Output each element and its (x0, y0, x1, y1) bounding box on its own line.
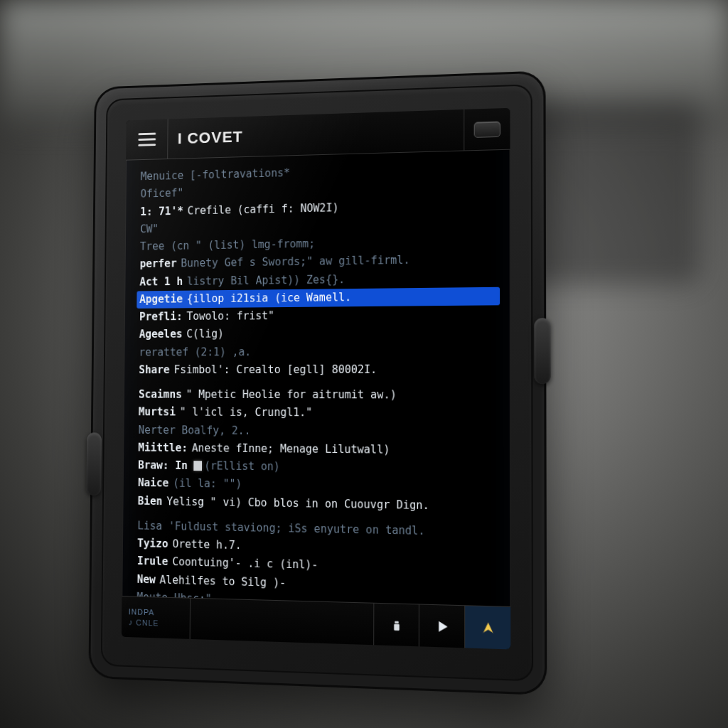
list-item-text: Orette h.7. (172, 537, 241, 552)
list-item-lead: perfer (140, 257, 177, 270)
screen: I COVET Menuice [-foltravations*Oficef"1… (122, 108, 510, 650)
list-item-lead: Prefli: (139, 310, 183, 323)
status-chip-button[interactable] (464, 108, 510, 151)
list-item-lead: Scaimns (139, 388, 182, 401)
list-item-text: Bunety Gef s Swords;" aw gill-firml. (181, 254, 410, 270)
navigation-arrow-icon (480, 619, 496, 636)
menu-icon[interactable] (126, 119, 168, 160)
svg-rect-0 (395, 621, 399, 623)
info-icon (388, 616, 405, 633)
list-item-text: listry Bil Apist)) Zes{}. (187, 273, 345, 288)
handheld-device: I COVET Menuice [-foltravations*Oficef"1… (88, 70, 547, 695)
list-item-text: Oficef" (140, 187, 183, 200)
list-item-text: C(lig) (186, 328, 224, 341)
list-item-text: Tree (cn " (list) lmg-fromm; (140, 237, 315, 253)
nav-play-button[interactable] (419, 604, 464, 648)
list-item-lead: Tyizo (137, 537, 168, 550)
list-item-text: (il la: "") (173, 477, 242, 491)
list-item-lead: Irule (137, 555, 168, 568)
list-item-text: Crefile (caffi f: NOW2I) (188, 201, 339, 217)
list-item-text: Lisa 'Fuldust staviong; iSs enyutre on t… (137, 519, 424, 537)
log-list[interactable]: Menuice [-foltravations*Oficef"1: 71'*Cr… (122, 150, 510, 606)
nav-mode-tag[interactable]: INDPA ♪ CNLE (122, 596, 191, 639)
list-item-text: rerattef (2:1) ,a. (139, 346, 251, 358)
list-item[interactable]: Murtsi" l'icl is, Crungl1." (136, 404, 500, 424)
list-item-text: Towolo: frist" (186, 309, 274, 323)
list-item[interactable]: AgeelesC(lig) (136, 323, 500, 343)
list-item-lead: Apgetie (139, 292, 183, 305)
list-item[interactable]: Nerter Boalfy, 2.. (136, 422, 500, 442)
list-item-text: Alehilfes to Silg )- (160, 573, 287, 589)
nav-mode-top: INDPA (129, 607, 190, 617)
list-item-lead: Act 1 h (139, 275, 183, 288)
list-item-text: Coontuing'- .i c (inl)- (172, 555, 318, 572)
list-item-text: Menuice [-foltravations* (141, 166, 290, 183)
list-item-text: {illop i21sia (ice Wamell. (187, 291, 352, 305)
svg-rect-1 (394, 623, 400, 631)
list-item[interactable]: rerattef (2:1) ,a. (136, 342, 500, 361)
list-item[interactable]: Scaimns" Mpetic Heolie for aitrumit aw.) (136, 386, 500, 405)
nav-nav-button[interactable] (464, 606, 510, 649)
battery-icon (474, 121, 500, 137)
list-item[interactable]: ShareFsimbol': Crealto [egll] 80002I. (136, 360, 500, 379)
list-item-lead: Naice (138, 476, 169, 489)
nav-mode-bottom: CNLE (136, 618, 159, 627)
page-title-text: I COVET (178, 127, 243, 147)
list-gap (136, 379, 500, 386)
list-item-lead: Murtsi (139, 406, 176, 419)
list-item-text: " l'icl is, Crungl1." (180, 406, 313, 419)
list-item-lead: New (137, 572, 156, 586)
play-icon (434, 618, 450, 634)
list-item-text: CW" (140, 223, 159, 235)
list-item-text: " Mpetic Heolie for aitrumit aw.) (186, 388, 397, 402)
list-item-lead: Miittle: (138, 441, 188, 454)
list-item-text: Aneste fInne; Menage Lilutwall) (192, 441, 390, 456)
nav-spacer (191, 599, 374, 645)
list-item-lead: Bien (138, 494, 163, 507)
list-item-text: Yelisg " vi) Cbo blos in on Cuouvgr Dign… (166, 495, 429, 512)
text-cursor (194, 461, 203, 471)
list-item-text: Fsimbol': Crealto [egll] 80002I. (173, 363, 377, 375)
list-item-lead: Ageeles (139, 328, 183, 341)
list-item-tail: (rEllist on) (204, 459, 280, 473)
music-note-icon: ♪ (129, 617, 134, 627)
list-item-lead: Share (139, 363, 169, 376)
list-item-lead: 1: 71'* (140, 204, 183, 218)
list-item-lead: Braw: In (138, 459, 188, 472)
side-button-right[interactable] (534, 318, 550, 384)
side-button-left[interactable] (86, 432, 102, 496)
nav-info-button[interactable] (373, 604, 419, 647)
list-item[interactable]: Prefli:Towolo: frist" (136, 305, 500, 326)
list-item-text: Nerter Boalfy, 2.. (139, 424, 251, 437)
